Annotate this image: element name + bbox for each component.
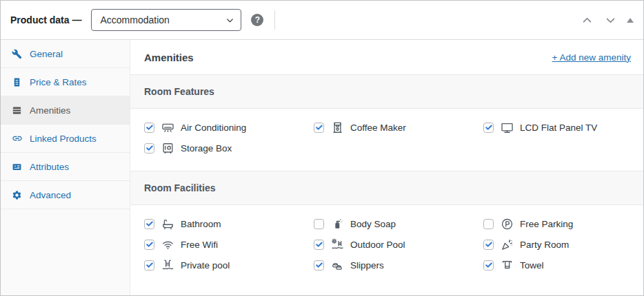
pool-ladder-icon [160, 259, 175, 272]
coffee-maker-icon [330, 121, 345, 134]
amenity-label: Free Wifi [181, 240, 218, 250]
amenity-label: Slippers [350, 260, 384, 271]
amenity-checkbox[interactable] [144, 260, 154, 271]
amenity-checkbox[interactable] [314, 260, 324, 271]
page-title: Amenities [144, 52, 194, 63]
sidebar-item-label: Linked Products [30, 134, 97, 144]
sidebar-item-advanced[interactable]: Advanced [1, 181, 130, 209]
section-title: Room Facilities [144, 182, 215, 193]
toggle-panel-icon[interactable] [627, 18, 634, 23]
sidebar-item-label: General [30, 49, 63, 59]
amenity-checkbox[interactable] [314, 123, 324, 133]
amenity-item-free-parking[interactable]: Free Parking [483, 218, 630, 231]
list-icon [11, 105, 23, 116]
amenity-label: Private pool [181, 260, 230, 271]
sidebar-item-general[interactable]: General [1, 40, 130, 68]
amenity-item-outdoor-pool[interactable]: Outdoor Pool [314, 238, 483, 251]
amenity-label: Air Conditioning [181, 123, 246, 133]
air-conditioner-icon [160, 121, 175, 134]
amenity-item-free-wifi[interactable]: Free Wifi [144, 238, 314, 251]
bill-icon [11, 77, 23, 87]
amenity-label: Coffee Maker [350, 123, 406, 133]
panel-title-row: Amenities + Add new amenity [130, 40, 643, 74]
towel-icon [499, 259, 514, 272]
amenity-item-air-conditioning[interactable]: Air Conditioning [144, 121, 314, 134]
amenities-panel: Amenities + Add new amenity Room Feature… [130, 40, 643, 295]
amenity-checkbox[interactable] [144, 143, 154, 154]
safe-icon [160, 142, 175, 155]
link-icon [11, 133, 23, 144]
amenity-item-private-pool[interactable]: Private pool [144, 259, 314, 272]
wrench-icon [11, 49, 23, 59]
amenity-grid: Air ConditioningCoffee MakerLCD Flat Pan… [130, 109, 643, 171]
amenity-label: Body Soap [350, 219, 396, 229]
amenity-checkbox[interactable] [314, 240, 324, 250]
outdoor-pool-icon [330, 238, 345, 251]
header-divider [274, 10, 275, 30]
amenity-item-coffee-maker[interactable]: Coffee Maker [314, 121, 483, 134]
amenity-item-slippers[interactable]: Slippers [314, 259, 483, 272]
amenity-item-body-soap[interactable]: Body Soap [314, 218, 483, 231]
gear-icon [11, 190, 23, 200]
amenity-item-party-room[interactable]: Party Room [483, 238, 630, 251]
product-data-metabox: Product data — Accommodation GeneralPric… [0, 0, 644, 296]
amenity-checkbox[interactable] [483, 240, 494, 250]
help-icon[interactable] [251, 14, 263, 26]
section-header-room-features: Room Features [130, 74, 643, 109]
amenity-label: Storage Box [181, 143, 232, 154]
amenity-label: Free Parking [520, 219, 573, 229]
amenity-checkbox[interactable] [483, 260, 494, 271]
amenity-checkbox[interactable] [144, 219, 154, 229]
amenity-label: LCD Flat Panel TV [520, 123, 597, 133]
amenity-item-storage-box[interactable]: Storage Box [144, 142, 314, 155]
section-title: Room Features [144, 86, 214, 97]
amenity-item-lcd-flat-panel-tv[interactable]: LCD Flat Panel TV [483, 121, 630, 134]
metabox-header: Product data — Accommodation [1, 1, 643, 40]
sidebar-item-label: Attributes [30, 162, 69, 172]
amenity-checkbox[interactable] [144, 240, 154, 250]
sidebar-item-attributes[interactable]: Attributes [1, 153, 130, 181]
section-header-room-facilities: Room Facilities [130, 171, 643, 205]
bathtub-icon [160, 218, 175, 231]
amenity-item-bathroom[interactable]: Bathroom [144, 218, 314, 231]
amenity-item-towel[interactable]: Towel [483, 259, 630, 272]
move-down-icon[interactable] [603, 13, 617, 27]
amenity-checkbox[interactable] [483, 123, 494, 133]
amenity-label: Party Room [520, 240, 569, 250]
amenity-grid: BathroomBody SoapFree ParkingFree WifiOu… [130, 205, 643, 288]
product-type-select[interactable]: Accommodation [91, 9, 241, 31]
amenity-checkbox[interactable] [483, 219, 494, 229]
sidebar-item-label: Amenities [30, 105, 70, 116]
move-up-icon[interactable] [580, 13, 594, 27]
amenity-checkbox[interactable] [314, 219, 324, 229]
amenity-checkbox[interactable] [144, 123, 154, 133]
add-new-amenity-link[interactable]: + Add new amenity [552, 52, 631, 63]
sidebar-item-amenities[interactable]: Amenities [1, 96, 130, 125]
tv-icon [499, 121, 514, 134]
metabox-title: Product data — [10, 14, 81, 25]
sidebar-item-price-rates[interactable]: Price & Rates [1, 68, 130, 96]
header-controls [580, 13, 634, 27]
wifi-icon [160, 238, 175, 251]
card-icon [11, 162, 23, 172]
soap-icon [330, 218, 345, 231]
product-type-select-wrap: Accommodation [91, 9, 241, 31]
slippers-icon [330, 259, 345, 272]
parking-icon [499, 218, 514, 231]
amenity-label: Towel [520, 260, 544, 271]
amenity-label: Outdoor Pool [350, 240, 405, 250]
sidebar-item-label: Advanced [30, 190, 71, 200]
party-popper-icon [499, 238, 514, 251]
product-data-tabs: GeneralPrice & RatesAmenitiesLinked Prod… [1, 40, 130, 295]
amenity-label: Bathroom [181, 219, 221, 229]
amenity-sections: Room FeaturesAir ConditioningCoffee Make… [130, 74, 643, 295]
metabox-body: GeneralPrice & RatesAmenitiesLinked Prod… [1, 40, 643, 295]
sidebar-item-label: Price & Rates [30, 77, 87, 87]
sidebar-item-linked-products[interactable]: Linked Products [1, 125, 130, 153]
